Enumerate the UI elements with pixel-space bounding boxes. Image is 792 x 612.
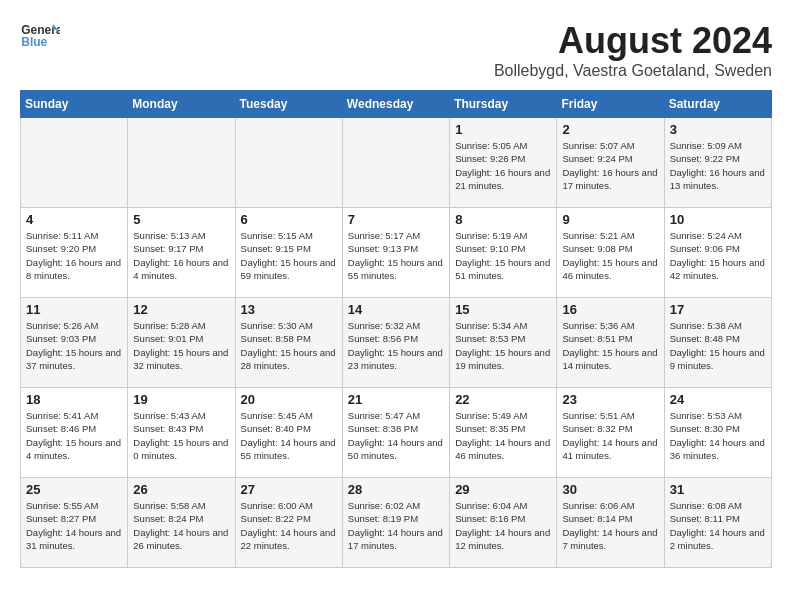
calendar-week-2: 4Sunrise: 5:11 AM Sunset: 9:20 PM Daylig… <box>21 208 772 298</box>
header-day-tuesday: Tuesday <box>235 91 342 118</box>
day-number: 12 <box>133 302 229 317</box>
day-info: Sunrise: 5:19 AM Sunset: 9:10 PM Dayligh… <box>455 229 551 282</box>
day-info: Sunrise: 5:38 AM Sunset: 8:48 PM Dayligh… <box>670 319 766 372</box>
day-info: Sunrise: 5:49 AM Sunset: 8:35 PM Dayligh… <box>455 409 551 462</box>
calendar-cell: 2Sunrise: 5:07 AM Sunset: 9:24 PM Daylig… <box>557 118 664 208</box>
calendar-cell: 22Sunrise: 5:49 AM Sunset: 8:35 PM Dayli… <box>450 388 557 478</box>
calendar-header-row: SundayMondayTuesdayWednesdayThursdayFrid… <box>21 91 772 118</box>
title-section: August 2024 Bollebygd, Vaestra Goetaland… <box>494 20 772 80</box>
day-number: 10 <box>670 212 766 227</box>
calendar-cell: 13Sunrise: 5:30 AM Sunset: 8:58 PM Dayli… <box>235 298 342 388</box>
calendar-cell: 28Sunrise: 6:02 AM Sunset: 8:19 PM Dayli… <box>342 478 449 568</box>
day-info: Sunrise: 5:45 AM Sunset: 8:40 PM Dayligh… <box>241 409 337 462</box>
day-info: Sunrise: 5:21 AM Sunset: 9:08 PM Dayligh… <box>562 229 658 282</box>
day-number: 11 <box>26 302 122 317</box>
calendar-cell: 4Sunrise: 5:11 AM Sunset: 9:20 PM Daylig… <box>21 208 128 298</box>
day-info: Sunrise: 5:13 AM Sunset: 9:17 PM Dayligh… <box>133 229 229 282</box>
calendar-cell <box>128 118 235 208</box>
header-day-monday: Monday <box>128 91 235 118</box>
calendar-week-1: 1Sunrise: 5:05 AM Sunset: 9:26 PM Daylig… <box>21 118 772 208</box>
calendar-cell: 21Sunrise: 5:47 AM Sunset: 8:38 PM Dayli… <box>342 388 449 478</box>
day-number: 29 <box>455 482 551 497</box>
calendar-cell: 16Sunrise: 5:36 AM Sunset: 8:51 PM Dayli… <box>557 298 664 388</box>
day-number: 16 <box>562 302 658 317</box>
logo-icon: General Blue <box>20 20 60 50</box>
calendar-cell: 29Sunrise: 6:04 AM Sunset: 8:16 PM Dayli… <box>450 478 557 568</box>
calendar-cell: 14Sunrise: 5:32 AM Sunset: 8:56 PM Dayli… <box>342 298 449 388</box>
calendar-cell: 25Sunrise: 5:55 AM Sunset: 8:27 PM Dayli… <box>21 478 128 568</box>
calendar-cell: 11Sunrise: 5:26 AM Sunset: 9:03 PM Dayli… <box>21 298 128 388</box>
day-number: 9 <box>562 212 658 227</box>
day-number: 27 <box>241 482 337 497</box>
calendar-cell: 31Sunrise: 6:08 AM Sunset: 8:11 PM Dayli… <box>664 478 771 568</box>
calendar-cell: 23Sunrise: 5:51 AM Sunset: 8:32 PM Dayli… <box>557 388 664 478</box>
calendar-cell: 9Sunrise: 5:21 AM Sunset: 9:08 PM Daylig… <box>557 208 664 298</box>
day-info: Sunrise: 5:09 AM Sunset: 9:22 PM Dayligh… <box>670 139 766 192</box>
day-info: Sunrise: 5:07 AM Sunset: 9:24 PM Dayligh… <box>562 139 658 192</box>
calendar-cell: 7Sunrise: 5:17 AM Sunset: 9:13 PM Daylig… <box>342 208 449 298</box>
day-number: 15 <box>455 302 551 317</box>
calendar-cell: 19Sunrise: 5:43 AM Sunset: 8:43 PM Dayli… <box>128 388 235 478</box>
day-number: 20 <box>241 392 337 407</box>
day-number: 6 <box>241 212 337 227</box>
day-number: 21 <box>348 392 444 407</box>
calendar-cell: 10Sunrise: 5:24 AM Sunset: 9:06 PM Dayli… <box>664 208 771 298</box>
day-number: 1 <box>455 122 551 137</box>
day-info: Sunrise: 6:06 AM Sunset: 8:14 PM Dayligh… <box>562 499 658 552</box>
location-subtitle: Bollebygd, Vaestra Goetaland, Sweden <box>494 62 772 80</box>
day-number: 5 <box>133 212 229 227</box>
header-day-sunday: Sunday <box>21 91 128 118</box>
calendar-cell: 6Sunrise: 5:15 AM Sunset: 9:15 PM Daylig… <box>235 208 342 298</box>
day-number: 22 <box>455 392 551 407</box>
svg-text:Blue: Blue <box>21 35 47 49</box>
calendar-cell: 8Sunrise: 5:19 AM Sunset: 9:10 PM Daylig… <box>450 208 557 298</box>
day-info: Sunrise: 5:34 AM Sunset: 8:53 PM Dayligh… <box>455 319 551 372</box>
day-number: 28 <box>348 482 444 497</box>
calendar-cell: 30Sunrise: 6:06 AM Sunset: 8:14 PM Dayli… <box>557 478 664 568</box>
day-number: 25 <box>26 482 122 497</box>
day-info: Sunrise: 5:26 AM Sunset: 9:03 PM Dayligh… <box>26 319 122 372</box>
header-day-wednesday: Wednesday <box>342 91 449 118</box>
day-info: Sunrise: 5:05 AM Sunset: 9:26 PM Dayligh… <box>455 139 551 192</box>
calendar-cell <box>342 118 449 208</box>
day-info: Sunrise: 5:30 AM Sunset: 8:58 PM Dayligh… <box>241 319 337 372</box>
calendar-cell: 3Sunrise: 5:09 AM Sunset: 9:22 PM Daylig… <box>664 118 771 208</box>
logo: General Blue <box>20 20 60 50</box>
day-number: 31 <box>670 482 766 497</box>
calendar-cell: 24Sunrise: 5:53 AM Sunset: 8:30 PM Dayli… <box>664 388 771 478</box>
day-info: Sunrise: 5:41 AM Sunset: 8:46 PM Dayligh… <box>26 409 122 462</box>
day-info: Sunrise: 5:11 AM Sunset: 9:20 PM Dayligh… <box>26 229 122 282</box>
calendar-cell: 27Sunrise: 6:00 AM Sunset: 8:22 PM Dayli… <box>235 478 342 568</box>
day-number: 19 <box>133 392 229 407</box>
day-number: 4 <box>26 212 122 227</box>
day-info: Sunrise: 5:15 AM Sunset: 9:15 PM Dayligh… <box>241 229 337 282</box>
day-info: Sunrise: 5:58 AM Sunset: 8:24 PM Dayligh… <box>133 499 229 552</box>
day-info: Sunrise: 6:00 AM Sunset: 8:22 PM Dayligh… <box>241 499 337 552</box>
day-info: Sunrise: 5:32 AM Sunset: 8:56 PM Dayligh… <box>348 319 444 372</box>
day-number: 7 <box>348 212 444 227</box>
calendar-cell: 5Sunrise: 5:13 AM Sunset: 9:17 PM Daylig… <box>128 208 235 298</box>
calendar-cell <box>21 118 128 208</box>
day-number: 13 <box>241 302 337 317</box>
day-number: 24 <box>670 392 766 407</box>
day-number: 17 <box>670 302 766 317</box>
calendar-cell: 20Sunrise: 5:45 AM Sunset: 8:40 PM Dayli… <box>235 388 342 478</box>
calendar-week-4: 18Sunrise: 5:41 AM Sunset: 8:46 PM Dayli… <box>21 388 772 478</box>
calendar-week-5: 25Sunrise: 5:55 AM Sunset: 8:27 PM Dayli… <box>21 478 772 568</box>
day-number: 8 <box>455 212 551 227</box>
day-info: Sunrise: 5:36 AM Sunset: 8:51 PM Dayligh… <box>562 319 658 372</box>
day-info: Sunrise: 5:53 AM Sunset: 8:30 PM Dayligh… <box>670 409 766 462</box>
day-number: 3 <box>670 122 766 137</box>
page-header: General Blue August 2024 Bollebygd, Vaes… <box>20 20 772 80</box>
day-info: Sunrise: 5:43 AM Sunset: 8:43 PM Dayligh… <box>133 409 229 462</box>
day-info: Sunrise: 5:47 AM Sunset: 8:38 PM Dayligh… <box>348 409 444 462</box>
day-number: 14 <box>348 302 444 317</box>
day-info: Sunrise: 6:04 AM Sunset: 8:16 PM Dayligh… <box>455 499 551 552</box>
header-day-friday: Friday <box>557 91 664 118</box>
day-info: Sunrise: 5:24 AM Sunset: 9:06 PM Dayligh… <box>670 229 766 282</box>
day-info: Sunrise: 5:51 AM Sunset: 8:32 PM Dayligh… <box>562 409 658 462</box>
day-number: 18 <box>26 392 122 407</box>
day-number: 23 <box>562 392 658 407</box>
calendar-cell: 26Sunrise: 5:58 AM Sunset: 8:24 PM Dayli… <box>128 478 235 568</box>
calendar-cell: 12Sunrise: 5:28 AM Sunset: 9:01 PM Dayli… <box>128 298 235 388</box>
